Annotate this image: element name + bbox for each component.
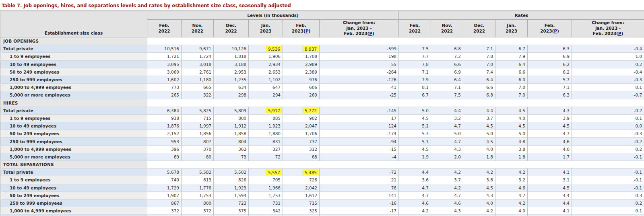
- rate-value-cell: 4.3: [431, 145, 463, 153]
- level-value-cell: 372: [147, 207, 182, 215]
- rate-value-cell: 7.1: [463, 45, 495, 53]
- level-value-cell: 2,934: [249, 60, 283, 68]
- rate-value-cell: 6.6: [463, 84, 495, 91]
- level-value-cell: 1,721: [147, 53, 182, 60]
- table-row: 10 to 49 employees3,0953,0183,1882,9342,…: [0, 60, 644, 68]
- row-label: Total private: [0, 169, 147, 176]
- rate-value-cell: 6.9: [431, 68, 463, 76]
- level-value-cell: -198: [320, 53, 399, 60]
- rate-value-cell: 1.8: [495, 153, 528, 160]
- rate-value-cell: 5.1: [399, 138, 431, 145]
- level-value-cell: 10,126: [214, 45, 249, 53]
- level-value-cell: 372: [182, 207, 214, 215]
- rate-value-cell: 6.4: [431, 76, 463, 83]
- column-header-line: 2022: [214, 29, 248, 34]
- level-value-cell: 1,997: [182, 122, 214, 130]
- level-value-cell: 17: [320, 114, 399, 122]
- row-label: 1,000 to 4,999 employees: [0, 145, 147, 153]
- rate-value-cell: 3.1: [528, 176, 572, 184]
- level-value-cell: -141: [320, 191, 399, 199]
- rate-value-cell: 4.1: [528, 207, 572, 215]
- rate-value-cell: 7.9: [399, 76, 431, 83]
- level-value-cell: 902: [283, 114, 320, 122]
- level-value-cell: 1,102: [249, 76, 283, 83]
- level-value-cell: 715: [283, 199, 320, 207]
- level-value-cell: 1,706: [283, 130, 320, 138]
- rate-value-cell: 7.4: [463, 68, 495, 76]
- rate-value-cell: 4.2: [463, 169, 495, 176]
- level-value-cell: -174: [320, 130, 399, 138]
- rate-value-cell: -0.4: [572, 45, 644, 53]
- rate-value-cell: 4.2: [495, 169, 528, 176]
- preliminary-footnote-link[interactable]: P: [618, 31, 621, 36]
- row-label: 10 to 49 employees: [0, 122, 147, 130]
- level-value-cell: 265: [147, 91, 182, 99]
- rate-value-cell: 6.4: [463, 76, 495, 83]
- table-row: 50 to 249 employees2,1521,8561,8581,8801…: [0, 130, 644, 138]
- table-row: 1 to 9 employees1,7211,7241,8181,9061,70…: [0, 53, 644, 60]
- level-value-cell: 831: [249, 138, 283, 145]
- rate-value-cell: 4.6: [528, 138, 572, 145]
- level-value-cell: -25: [320, 91, 399, 99]
- rate-value-cell: 4.6: [399, 199, 431, 207]
- level-value-cell: 2,389: [283, 68, 320, 76]
- level-value-cell: 1,907: [147, 191, 182, 199]
- section-spacer-cell: [147, 37, 644, 45]
- rate-value-cell: -0.1: [572, 169, 644, 176]
- level-value-cell: 8,937: [283, 45, 320, 53]
- level-value-cell: 2,953: [214, 68, 249, 76]
- level-value-cell: 312: [283, 145, 320, 153]
- level-value-cell: -599: [320, 45, 399, 53]
- rate-value-cell: -0.2: [572, 107, 644, 114]
- column-header-line: 2022: [182, 29, 213, 34]
- column-header-line: 2022: [147, 29, 181, 34]
- rate-value-cell: 3.2: [431, 114, 463, 122]
- row-label: 50 to 249 employees: [0, 130, 147, 138]
- level-value-cell: 3,060: [147, 68, 182, 76]
- col-header-rates-4: Feb.2023(P): [528, 20, 572, 37]
- row-label: 250 to 999 employees: [0, 138, 147, 145]
- level-value-cell: -4: [320, 153, 399, 160]
- rate-value-cell: 6.8: [463, 91, 495, 99]
- rate-value-cell: 3.8: [463, 176, 495, 184]
- table-row: 1,000 to 4,999 employees396370362327312-…: [0, 145, 644, 153]
- rate-value-cell: 5.7: [528, 76, 572, 83]
- level-value-cell: 705: [249, 176, 283, 184]
- rate-value-cell: 1.9: [399, 153, 431, 160]
- level-value-cell: 80: [182, 153, 214, 160]
- rate-value-cell: 5.0: [463, 130, 495, 138]
- level-value-cell: 773: [147, 84, 182, 91]
- level-value-cell: 5,557: [249, 169, 283, 176]
- section-spacer-cell: [147, 99, 644, 107]
- level-value-cell: 9,671: [182, 45, 214, 53]
- rate-value-cell: 7.5: [431, 91, 463, 99]
- level-value-cell: 2,653: [249, 68, 283, 76]
- column-header-line: ): [557, 29, 559, 33]
- rate-value-cell: 4.3: [463, 191, 495, 199]
- rate-value-cell: 3.7: [463, 114, 495, 122]
- rate-value-cell: 3.2: [495, 176, 528, 184]
- level-value-cell: 976: [283, 76, 320, 83]
- rate-value-cell: 0.0: [572, 122, 644, 130]
- section-label: JOB OPENINGS: [0, 37, 147, 45]
- rate-value-cell: -0.1: [572, 176, 644, 184]
- level-value-cell: -145: [320, 107, 399, 114]
- column-header-line: 2022: [431, 29, 463, 34]
- level-value-cell: 5,502: [214, 169, 249, 176]
- level-value-cell: 124: [320, 122, 399, 130]
- rate-value-cell: 3.7: [431, 176, 463, 184]
- level-value-cell: 1,818: [214, 53, 249, 60]
- preliminary-footnote-link[interactable]: P: [369, 31, 372, 36]
- rate-value-cell: 4.2: [431, 169, 463, 176]
- level-value-cell: 68: [283, 153, 320, 160]
- preliminary-footnote-link[interactable]: P: [554, 29, 557, 33]
- rate-value-cell: 6.0: [495, 76, 528, 83]
- rate-value-cell: 5.3: [399, 130, 431, 138]
- rate-value-cell: 4.0: [495, 207, 528, 215]
- row-label: 250 to 999 employees: [0, 76, 147, 83]
- col-header-rates-0: Feb.2022: [399, 20, 431, 37]
- level-value-cell: 800: [214, 114, 249, 122]
- rate-value-cell: 4.0: [495, 114, 528, 122]
- table-row: 50 to 249 employees3,0602,7612,9532,6532…: [0, 68, 644, 76]
- column-header-line: Nov.: [182, 23, 213, 29]
